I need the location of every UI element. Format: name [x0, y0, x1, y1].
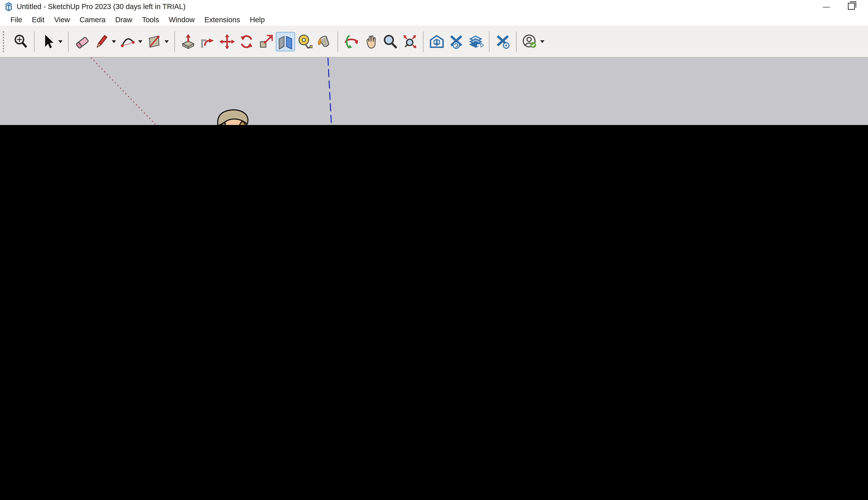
sketchup-logo-icon — [4, 2, 13, 11]
menu-camera[interactable]: Camera — [75, 15, 110, 23]
tape-measure-icon — [297, 33, 313, 50]
window-title: Untitled - SketchUp Pro 2023 (30 days le… — [17, 2, 185, 10]
flip-tool-button[interactable] — [276, 32, 295, 51]
pan-hand-icon — [363, 33, 379, 50]
two-point-arc-icon — [119, 33, 136, 50]
move-icon — [219, 33, 236, 50]
rectangle-icon — [146, 33, 162, 50]
eraser-tool-button[interactable] — [72, 32, 92, 51]
zoom-window-tool-button[interactable] — [11, 32, 31, 51]
menu-file[interactable]: File — [5, 15, 27, 23]
person-figure[interactable] — [207, 110, 282, 125]
account-dropdown-caret[interactable] — [540, 40, 545, 43]
follow-me-icon — [199, 33, 216, 50]
scale-icon — [258, 33, 274, 50]
model-scene — [0, 58, 868, 125]
account-button[interactable] — [520, 32, 539, 51]
blue-axis — [328, 58, 341, 125]
rectangle-dropdown-caret[interactable] — [164, 40, 169, 43]
restore-icon — [848, 3, 855, 10]
title-bar: Untitled - SketchUp Pro 2023 (30 days le… — [0, 0, 868, 12]
orbit-tool-button[interactable] — [342, 32, 361, 51]
main-toolbar — [0, 26, 868, 58]
select-arrow-icon — [39, 33, 56, 50]
minimize-button[interactable]: — — [814, 0, 839, 12]
move-tool-button[interactable] — [217, 32, 237, 51]
3d-warehouse-icon — [429, 33, 445, 50]
orbit-icon — [343, 33, 360, 50]
eraser-icon — [73, 33, 90, 50]
account-avatar-icon — [522, 33, 538, 50]
arc-dropdown-caret[interactable] — [138, 40, 142, 43]
menu-edit[interactable]: Edit — [27, 15, 49, 23]
zoom-window-icon — [12, 33, 29, 50]
menu-draw[interactable]: Draw — [111, 15, 137, 23]
sync-icon — [448, 33, 465, 50]
trimble-connect-sync-button[interactable] — [446, 32, 466, 51]
rotate-tool-button[interactable] — [237, 32, 256, 51]
scale-tool-button[interactable] — [256, 32, 276, 51]
menu-bar: File Edit View Camera Draw Tools Window … — [0, 12, 868, 26]
tape-measure-tool-button[interactable] — [295, 32, 315, 51]
pencil-icon — [93, 33, 110, 50]
line-tool-button[interactable] — [92, 32, 111, 51]
restore-button[interactable] — [839, 0, 864, 12]
paint-bucket-tool-button[interactable] — [315, 32, 334, 51]
menu-view[interactable]: View — [49, 15, 75, 23]
zoom-tool-button[interactable] — [380, 32, 400, 51]
send-to-layout-button[interactable] — [466, 32, 486, 51]
pan-tool-button[interactable] — [361, 32, 380, 51]
zoom-extents-tool-button[interactable] — [400, 32, 420, 51]
zoom-icon — [382, 33, 399, 50]
zoom-extents-icon — [401, 33, 418, 50]
send-to-layout-icon — [467, 33, 484, 50]
extension-manager-icon — [494, 33, 511, 50]
3d-warehouse-button[interactable] — [427, 32, 446, 51]
line-dropdown-caret[interactable] — [112, 40, 116, 43]
follow-me-tool-button[interactable] — [198, 32, 217, 51]
close-button[interactable]: ✕ — [864, 0, 868, 12]
menu-extensions[interactable]: Extensions — [199, 15, 245, 23]
arc-tool-button[interactable] — [118, 32, 137, 51]
menu-window[interactable]: Window — [164, 15, 199, 23]
rotate-icon — [238, 33, 255, 50]
rectangle-tool-button[interactable] — [145, 32, 164, 51]
toolbar-drag-handle[interactable] — [3, 31, 8, 52]
red-axis-negative — [91, 58, 341, 125]
menu-help[interactable]: Help — [245, 15, 270, 23]
push-pull-tool-button[interactable] — [179, 32, 198, 51]
paint-bucket-icon — [316, 33, 333, 50]
push-pull-icon — [180, 33, 196, 50]
select-dropdown-caret[interactable] — [58, 40, 62, 43]
extension-manager-button[interactable] — [493, 32, 513, 51]
flip-icon — [277, 33, 294, 50]
drawing-axes — [0, 58, 868, 125]
sketchup-window: Untitled - SketchUp Pro 2023 (30 days le… — [0, 0, 868, 125]
model-viewport[interactable] — [0, 58, 868, 125]
select-tool-button[interactable] — [38, 32, 58, 51]
menu-tools[interactable]: Tools — [137, 15, 164, 23]
